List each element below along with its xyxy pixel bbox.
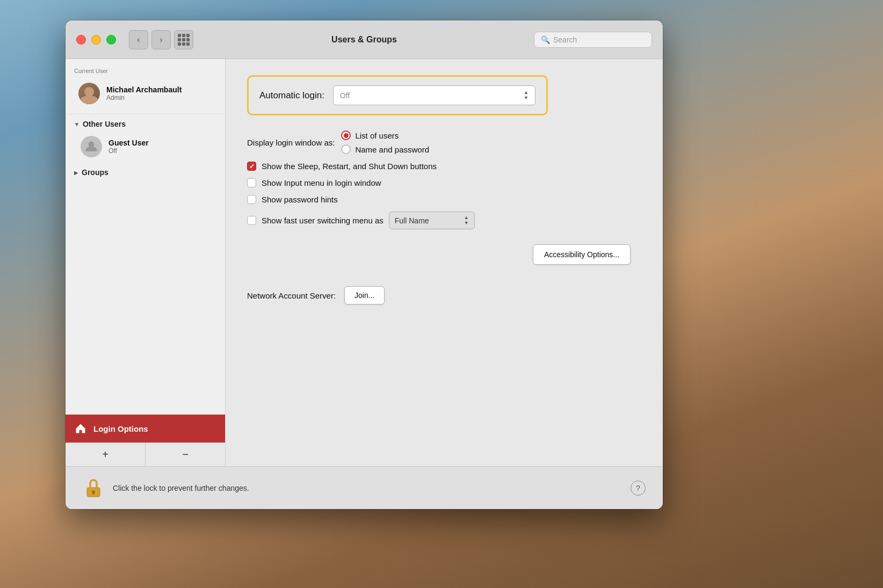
close-button[interactable]: [76, 35, 86, 45]
guest-avatar-icon: [84, 140, 98, 154]
radio-circle-list: [341, 130, 351, 140]
guest-info: Guest User Off: [108, 139, 212, 155]
checkbox-hints[interactable]: [247, 195, 256, 204]
login-options-label: Login Options: [93, 424, 148, 433]
sidebar-inner: Current User Michael Archambault Admin: [66, 59, 225, 415]
house-icon: [75, 423, 86, 434]
nav-buttons: ‹ ›: [129, 30, 171, 49]
auto-login-stepper: ▲ ▼: [524, 90, 529, 100]
guest-status: Off: [108, 147, 212, 155]
checkbox-input-label: Show Input menu in login window: [262, 178, 381, 187]
fast-switch-value: Full Name: [395, 216, 429, 225]
groups-label: Groups: [82, 168, 108, 177]
current-user-section: Current User Michael Archambault Admin: [66, 59, 225, 114]
minimize-button[interactable]: [91, 35, 101, 45]
checkbox-fast-switch[interactable]: [247, 216, 256, 225]
guest-avatar: [81, 136, 102, 157]
user-name: Michael Archambault: [106, 85, 212, 94]
fast-switch-dropdown[interactable]: Full Name ▲ ▼: [389, 212, 475, 229]
sidebar: Current User Michael Archambault Admin: [66, 59, 226, 466]
checkbox-hints-row[interactable]: Show password hints: [247, 195, 641, 204]
name-password-label: Name and password: [355, 145, 429, 154]
svg-rect-3: [93, 492, 95, 495]
main-panel: Automatic login: Off ▲ ▼ Display login w…: [226, 59, 663, 466]
fast-switch-stepper: ▲ ▼: [464, 215, 469, 226]
current-user-item[interactable]: Michael Archambault Admin: [74, 79, 216, 107]
forward-button[interactable]: ›: [151, 30, 171, 49]
bottom-bar: Click the lock to prevent further change…: [66, 466, 663, 509]
remove-user-button[interactable]: −: [145, 443, 225, 466]
radio-dot: [344, 133, 349, 138]
network-label: Network Account Server:: [247, 291, 336, 300]
back-button[interactable]: ‹: [129, 30, 148, 49]
user-info: Michael Archambault Admin: [106, 85, 212, 101]
list-of-users-label: List of users: [355, 131, 399, 140]
join-button[interactable]: Join...: [344, 286, 385, 304]
accessibility-row: Accessibility Options...: [247, 244, 641, 265]
checkbox-input-row[interactable]: Show Input menu in login window: [247, 178, 641, 187]
display-login-label: Display login window as:: [247, 138, 335, 147]
accessibility-button[interactable]: Accessibility Options...: [533, 244, 631, 265]
groups-expand-icon: ▶: [74, 170, 78, 176]
login-options-item[interactable]: Login Options: [66, 415, 225, 442]
current-user-label: Current User: [74, 68, 216, 74]
add-user-button[interactable]: +: [66, 443, 145, 466]
name-password-radio[interactable]: Name and password: [341, 144, 429, 154]
checkbox-sleep-label: Show the Sleep, Restart, and Shut Down b…: [262, 162, 437, 171]
avatar-image: [78, 83, 100, 104]
groups-section: ▶ Groups: [66, 166, 225, 182]
auto-login-value: Off: [340, 91, 350, 100]
window-title: Users & Groups: [331, 35, 397, 45]
login-options-icon: [74, 422, 87, 435]
fast-switch-row: Show fast user switching menu as Full Na…: [247, 212, 641, 229]
guest-name: Guest User: [108, 139, 212, 147]
auto-login-row: Automatic login: Off ▲ ▼: [247, 75, 548, 115]
user-role: Admin: [106, 94, 212, 101]
network-row: Network Account Server: Join...: [247, 286, 641, 304]
search-box[interactable]: 🔍 Search: [534, 32, 652, 48]
grid-view-button[interactable]: [174, 30, 193, 49]
other-users-label: Other Users: [83, 120, 126, 128]
display-login-row: Display login window as: List of users N…: [247, 130, 641, 154]
lock-icon: [85, 478, 102, 498]
titlebar: ‹ › Users & Groups 🔍 Search: [66, 20, 663, 59]
checkbox-fast-switch-label: Show fast user switching menu as: [262, 216, 383, 225]
radio-circle-name: [341, 144, 351, 154]
grid-icon: [178, 34, 190, 46]
main-window: ‹ › Users & Groups 🔍 Search Current User: [66, 20, 663, 509]
content-area: Current User Michael Archambault Admin: [66, 59, 663, 466]
checkbox-hints-label: Show password hints: [262, 195, 338, 204]
search-input[interactable]: Search: [553, 35, 645, 44]
lock-message: Click the lock to prevent further change…: [113, 484, 249, 492]
checkbox-sleep[interactable]: ✓: [247, 162, 256, 171]
checkbox-input[interactable]: [247, 178, 256, 187]
other-users-header[interactable]: ▼ Other Users: [74, 120, 216, 128]
traffic-lights: [76, 35, 116, 45]
auto-login-dropdown[interactable]: Off ▲ ▼: [333, 85, 535, 105]
other-users-section: ▼ Other Users Guest User Off: [66, 114, 225, 166]
checkbox-sleep-row[interactable]: ✓ Show the Sleep, Restart, and Shut Down…: [247, 162, 641, 171]
lock-button[interactable]: [83, 476, 104, 500]
sidebar-actions: + −: [66, 442, 225, 466]
groups-header[interactable]: ▶ Groups: [74, 168, 216, 177]
maximize-button[interactable]: [106, 35, 116, 45]
avatar: [78, 83, 100, 104]
checkmark-icon: ✓: [249, 163, 255, 170]
search-icon: 🔍: [541, 35, 550, 44]
guest-user-item[interactable]: Guest User Off: [76, 133, 216, 161]
collapse-icon: ▼: [74, 121, 79, 127]
radio-options: List of users Name and password: [341, 130, 429, 154]
list-of-users-radio[interactable]: List of users: [341, 130, 429, 140]
auto-login-label: Automatic login:: [259, 90, 324, 101]
help-button[interactable]: ?: [631, 481, 646, 496]
